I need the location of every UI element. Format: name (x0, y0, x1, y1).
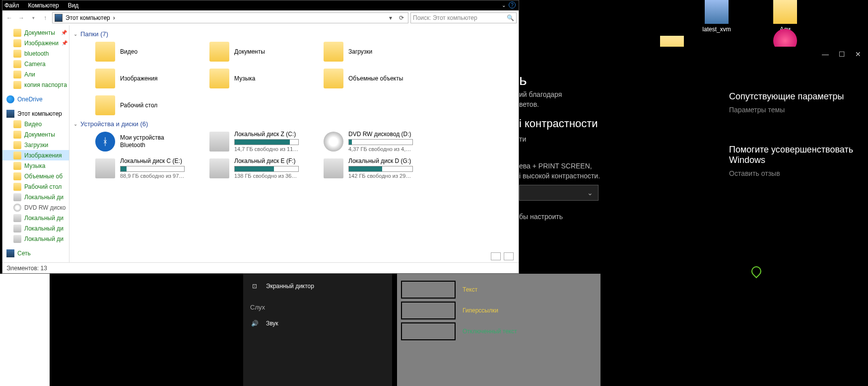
nav-item[interactable]: OneDrive (2, 94, 69, 104)
nav-item-icon (13, 235, 21, 243)
drive-tile[interactable]: ᚼМои устройстваBluetooth (95, 130, 209, 154)
group-header[interactable]: ⌄Устройства и диски (6) (73, 120, 515, 128)
drive-free: 142 ГБ свободно из 29… (348, 173, 413, 180)
close-button[interactable]: ✕ (855, 50, 861, 58)
nav-item[interactable]: Camera (2, 59, 69, 69)
breadcrumb[interactable]: Этот компьютер (66, 14, 110, 21)
drive-tile[interactable]: Локальный диск C (E:)88,9 ГБ свободно из… (95, 156, 209, 180)
nav-item[interactable]: Али (2, 69, 69, 79)
refresh-icon[interactable]: ⟳ (397, 14, 406, 21)
nav-item[interactable]: bluetooth (2, 48, 69, 59)
aside-link-theme[interactable]: Параметры темы (729, 106, 858, 114)
folder-icon (13, 60, 21, 68)
nav-label: Локальный ди (24, 215, 64, 222)
address-field[interactable]: Этот компьютер › ▾ ⟳ (52, 12, 408, 23)
recent-dropdown[interactable]: ▾ (28, 15, 38, 20)
nav-label: Изображения (24, 152, 62, 159)
drive-free: 4,37 ГБ свободно из 4,… (348, 146, 413, 153)
tile-label: Загрузки (348, 48, 372, 56)
hc-label: Отключенный текст (463, 328, 517, 335)
nav-label: копия паспорта (24, 81, 67, 88)
settings-nav-label: Экранный диктор (266, 283, 314, 290)
nav-item[interactable]: Объемные об (2, 171, 69, 181)
nav-item[interactable]: Загрузки (2, 140, 69, 150)
folder-tile[interactable]: Документы (209, 40, 324, 64)
maximize-button[interactable]: ☐ (839, 50, 845, 58)
nav-item[interactable]: DVD RW диско (2, 202, 69, 213)
nav-label: Изображени (24, 40, 59, 47)
folder-tile[interactable]: Музыка (209, 67, 324, 90)
folder-tile[interactable]: Загрузки (324, 40, 438, 64)
collapse-icon: ⌄ (73, 121, 77, 127)
view-tiles-icon[interactable] (504, 252, 514, 260)
nav-item[interactable]: Документы (2, 129, 69, 140)
desktop-icon[interactable]: latest_xvm (692, 0, 741, 33)
drive-name: Локальный диск Z (C:) (234, 131, 299, 138)
onedrive-icon (6, 95, 14, 103)
desktop-icon[interactable]: Али (760, 0, 810, 33)
forward-button[interactable]: → (16, 14, 26, 21)
hc-color-box[interactable] (401, 302, 456, 319)
folder-icon (95, 69, 115, 88)
drive-icon (209, 158, 229, 178)
collapse-icon: ⌄ (73, 31, 77, 37)
group-header[interactable]: ⌄Папки (7) (73, 30, 515, 38)
nav-item[interactable]: Видео (2, 119, 69, 129)
nav-item[interactable]: Музыка (2, 160, 69, 171)
back-button[interactable]: ← (4, 14, 14, 21)
nav-item[interactable]: Локальный ди (2, 213, 69, 223)
high-contrast-preview: ТекстГиперссылкиОтключенный текст (397, 274, 601, 386)
menu-file[interactable]: Файл (4, 2, 19, 9)
nav-item[interactable]: Этот компьютер (2, 108, 69, 119)
nav-label: bluetooth (24, 50, 49, 57)
hc-color-box[interactable] (401, 322, 456, 340)
nav-item[interactable]: Рабочий стол (2, 181, 69, 192)
settings-text: ий благодаря (519, 90, 719, 98)
search-placeholder: Поиск: Этот компьютер (413, 14, 477, 21)
folder-tile[interactable]: Изображения (95, 67, 209, 90)
folder-icon (95, 42, 115, 62)
help-icon[interactable]: ? (509, 1, 516, 8)
hc-color-box[interactable] (401, 281, 456, 299)
minimize-button[interactable]: — (822, 50, 829, 58)
folder-tile[interactable]: Рабочий стол (95, 93, 209, 117)
drive-tile[interactable]: Локальный диск D (G:)142 ГБ свободно из … (324, 156, 438, 180)
nav-item-icon (13, 152, 21, 159)
drive-icon (324, 132, 343, 152)
drive-tile[interactable]: Локальный диск E (F:)138 ГБ свободно из … (209, 156, 324, 180)
aside-heading: Помогите усовершенствовать Windows (729, 145, 858, 165)
folder-icon (95, 95, 115, 115)
nav-item[interactable]: копия паспорта (2, 79, 69, 90)
ribbon-toggle-icon[interactable]: ⌄ (502, 2, 506, 8)
nav-item[interactable]: Локальный ди (2, 233, 69, 244)
pin-icon: 📌 (62, 40, 67, 46)
nav-label: Camera (24, 61, 46, 68)
menu-computer[interactable]: Компьютер (28, 2, 59, 9)
folder-icon (324, 69, 343, 88)
settings-subheading: і контрастности (519, 117, 719, 130)
nav-item[interactable]: Изображения (2, 150, 69, 160)
folder-tile[interactable]: Объемные объекты (324, 67, 438, 90)
nav-item-icon (13, 183, 21, 191)
settings-nav-item[interactable]: 🔊Звук (243, 313, 392, 334)
nav-item[interactable]: Изображени📌 (2, 38, 69, 48)
folder-tile[interactable]: Видео (95, 40, 209, 64)
search-input[interactable]: Поиск: Этот компьютер 🔍 (410, 12, 517, 23)
drive-usage-bar (234, 166, 299, 172)
theme-dropdown[interactable]: ⌄ (519, 185, 599, 201)
up-button[interactable]: ↑ (40, 14, 50, 21)
drive-tile[interactable]: Локальный диск Z (C:)14,7 ГБ свободно из… (209, 130, 324, 154)
breadcrumb-sep: › (113, 14, 115, 21)
tile-label: Документы (234, 48, 265, 56)
aside-link-feedback[interactable]: Оставить отзыв (729, 169, 858, 177)
settings-text: ветов. (519, 100, 719, 108)
nav-item[interactable]: Документы📌 (2, 27, 69, 38)
menu-view[interactable]: Вид (68, 2, 79, 9)
nav-item[interactable]: Локальный ди (2, 223, 69, 233)
address-dropdown-icon[interactable]: ▾ (386, 14, 395, 21)
view-details-icon[interactable] (491, 252, 501, 260)
nav-item[interactable]: Сеть (2, 248, 69, 258)
drive-tile[interactable]: DVD RW дисковод (D:)4,37 ГБ свободно из … (324, 130, 438, 154)
settings-nav-item[interactable]: ⊡Экранный диктор (243, 276, 392, 297)
nav-item[interactable]: Локальный ди (2, 192, 69, 202)
